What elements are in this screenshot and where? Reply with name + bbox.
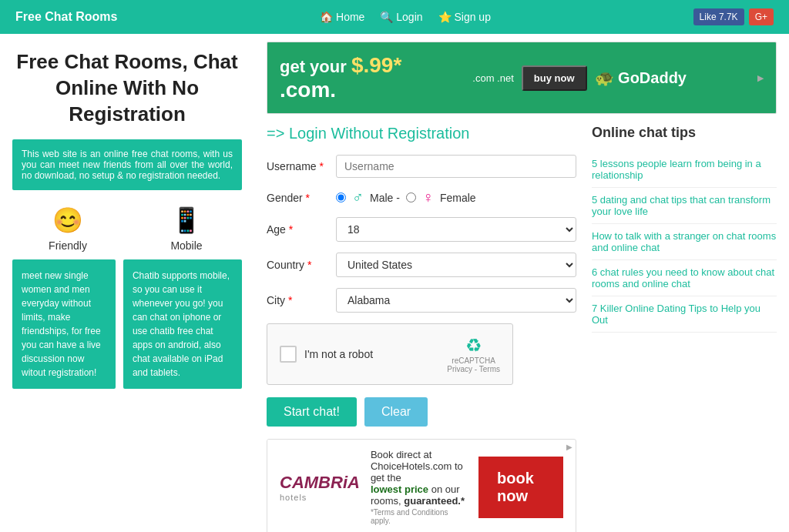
gender-label: Gender *: [267, 192, 336, 204]
tips-title: Online chat tips: [592, 125, 777, 141]
cambria-sub: hotels: [280, 493, 360, 502]
sidebar: Free Chat Rooms, Chat Online With No Reg…: [0, 34, 254, 532]
sidebar-description: This web site is an online free chat roo…: [12, 139, 242, 190]
ad-book-now-button[interactable]: book now: [478, 457, 563, 518]
tip-item-4[interactable]: 6 chat rules you need to know about chat…: [592, 260, 777, 296]
username-input[interactable]: [336, 155, 576, 178]
ad-left-text: get your $.99* .com.: [280, 53, 401, 102]
username-label: Username *: [267, 160, 336, 172]
ad-price: $.99*: [351, 53, 401, 77]
site-logo: Free Chat Rooms: [15, 10, 117, 24]
nav-login[interactable]: 🔍 Login: [380, 11, 422, 23]
feature-mobile: 📱 Mobile: [131, 206, 242, 252]
top-ad-banner: get your $.99* .com. .com .net buy now 🐢…: [267, 42, 777, 114]
main-wrapper: Free Chat Rooms, Chat Online With No Reg…: [0, 34, 789, 532]
gender-female-radio[interactable]: [406, 192, 416, 202]
godaddy-brand: 🐢 GoDaddy: [595, 69, 687, 87]
city-row: City * AlabamaAlaskaArizona: [267, 288, 576, 313]
main-nav: 🏠 Home 🔍 Login ⭐ Sign up: [320, 11, 491, 23]
recaptcha-logo: ♻ reCAPTCHA Privacy - Terms: [447, 335, 500, 373]
ad-domains: .com .net: [472, 72, 513, 84]
tip-item-2[interactable]: 5 dating and chat tips that can transfor…: [592, 188, 777, 224]
google-plus-button[interactable]: G+: [749, 8, 774, 25]
gender-row: Gender * ♂ Male - ♀ Female: [267, 189, 576, 206]
username-row: Username *: [267, 155, 576, 178]
facebook-like-button[interactable]: Like 7.7K: [693, 8, 744, 25]
tip-item-5[interactable]: 7 Killer Online Dating Tips to Help you …: [592, 296, 777, 333]
ad-guaranteed: guaranteed.*: [404, 495, 465, 507]
nav-home[interactable]: 🏠 Home: [320, 11, 364, 23]
feature-friendly: 😊 Friendly: [12, 206, 123, 252]
friendly-icon: 😊: [12, 206, 123, 235]
age-select[interactable]: 1819202122: [336, 217, 576, 242]
captcha-checkbox[interactable]: [280, 346, 297, 363]
city-label: City *: [267, 294, 336, 306]
sidebar-features: 😊 Friendly 📱 Mobile: [12, 206, 242, 252]
recaptcha-links: Privacy - Terms: [447, 365, 500, 373]
age-label: Age *: [267, 223, 336, 236]
tip-item-3[interactable]: How to talk with a stranger on chat room…: [592, 224, 777, 260]
city-select[interactable]: AlabamaAlaskaArizona: [336, 288, 576, 313]
clear-button[interactable]: Clear: [364, 397, 428, 427]
ad-bottom-text: Book direct at ChoiceHotels.com to get t…: [371, 449, 466, 525]
country-select[interactable]: United StatesCanadaUnited Kingdom: [336, 253, 576, 277]
male-symbol: ♂: [352, 189, 364, 206]
login-form-section: => Login Without Registration Username *…: [267, 125, 576, 532]
mobile-icon: 📱: [131, 206, 242, 235]
country-row: Country * United StatesCanadaUnited King…: [267, 253, 576, 277]
bottom-ad-banner: CAMBRiA hotels Book direct at ChoiceHote…: [267, 439, 576, 532]
age-row: Age * 1819202122: [267, 217, 576, 242]
header: Free Chat Rooms 🏠 Home 🔍 Login ⭐ Sign up…: [0, 0, 789, 34]
tips-section: Online chat tips 5 lessons people learn …: [592, 125, 777, 532]
start-chat-button[interactable]: Start chat!: [267, 397, 357, 427]
two-column-layout: => Login Without Registration Username *…: [267, 125, 777, 532]
ad-bottom-left: CAMBRiA hotels Book direct at ChoiceHote…: [267, 440, 478, 532]
ad-close-icon[interactable]: ▶: [757, 73, 764, 83]
ad-right-section: .com .net buy now 🐢 GoDaddy: [472, 65, 687, 91]
mobile-label: Mobile: [131, 239, 242, 252]
form-buttons: Start chat! Clear: [267, 397, 576, 427]
female-label: Female: [440, 192, 476, 204]
form-title: => Login Without Registration: [267, 125, 576, 142]
recaptcha-left: I'm not a robot: [280, 346, 373, 363]
social-buttons: Like 7.7K G+: [693, 8, 774, 25]
friendly-label: Friendly: [12, 239, 123, 252]
cambria-brand-block: CAMBRiA hotels: [280, 473, 360, 502]
captcha-label: I'm not a robot: [304, 348, 373, 360]
tip-item-1[interactable]: 5 lessons people learn from being in a r…: [592, 152, 777, 188]
feature-mobile-box: Chatib supports mobile, so you can use i…: [123, 259, 242, 389]
recaptcha-brand: reCAPTCHA: [447, 356, 500, 365]
gender-options: ♂ Male - ♀ Female: [336, 189, 476, 206]
female-symbol: ♀: [422, 189, 434, 206]
male-label: Male -: [370, 192, 400, 204]
buy-now-button[interactable]: buy now: [522, 65, 587, 91]
main-content: get your $.99* .com. .com .net buy now 🐢…: [254, 34, 789, 532]
feature-boxes: meet new single women and men everyday w…: [12, 259, 242, 389]
feature-friendly-box: meet new single women and men everyday w…: [12, 259, 116, 389]
tips-list: 5 lessons people learn from being in a r…: [592, 152, 777, 333]
ad-terms: *Terms and Conditions apply.: [371, 508, 466, 525]
gender-male-radio[interactable]: [336, 192, 346, 202]
ad-get-text: get your: [280, 57, 347, 76]
recaptcha-widget: I'm not a robot ♻ reCAPTCHA Privacy - Te…: [267, 323, 513, 385]
ad-bottom-close[interactable]: ▶: [563, 440, 576, 454]
ad-com: .com.: [280, 78, 336, 102]
ad-lowest-price: lowest price: [371, 483, 428, 495]
nav-signup[interactable]: ⭐ Sign up: [438, 11, 491, 23]
cambria-logo: CAMBRiA: [280, 473, 360, 493]
country-label: Country *: [267, 259, 336, 271]
page-title: Free Chat Rooms, Chat Online With No Reg…: [12, 49, 242, 127]
recaptcha-icon: ♻: [447, 335, 500, 356]
